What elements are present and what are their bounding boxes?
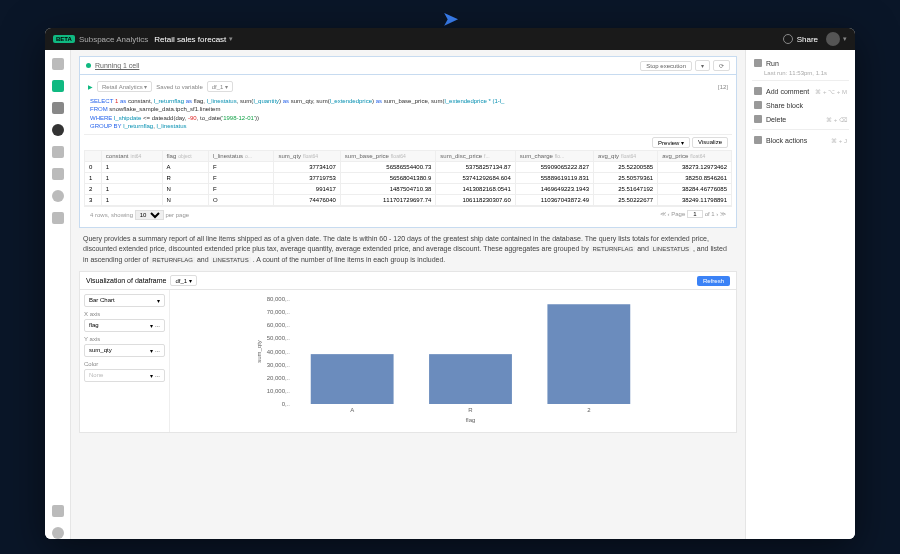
block-actions-action[interactable]: Block actions⌘ + J bbox=[752, 133, 849, 147]
table-col-sum_qty[interactable]: sum_qtyfloat64 bbox=[274, 150, 340, 161]
page-input[interactable] bbox=[687, 210, 703, 218]
table-row[interactable]: 21NF9914171487504710.381413082168.054114… bbox=[85, 183, 732, 194]
document-title[interactable]: Retail sales forecast bbox=[154, 35, 226, 44]
table-cell: 1 bbox=[85, 172, 102, 183]
sql-cell: ▶ Retail Analytics ▾ Saved to variable d… bbox=[79, 74, 737, 228]
brand-logo-icon: ➤ bbox=[443, 8, 458, 30]
globe-icon bbox=[783, 34, 793, 44]
svg-text:20,000,..: 20,000,.. bbox=[267, 375, 291, 381]
table-col-constant[interactable]: constantint64 bbox=[101, 150, 162, 161]
table-cell: 0 bbox=[85, 161, 102, 172]
menu-icon bbox=[754, 136, 762, 144]
table-col-sum_charge[interactable]: sum_chargeflo... bbox=[515, 150, 593, 161]
table-cell: 25.51647192 bbox=[594, 183, 658, 194]
table-col-sum_base_price[interactable]: sum_base_pricefloat64 bbox=[340, 150, 436, 161]
table-col-flag[interactable]: flagobject bbox=[162, 150, 208, 161]
refresh-cell-button[interactable]: ⟳ bbox=[713, 60, 730, 71]
add-comment-action[interactable]: Add comment⌘ + ⌥ + M bbox=[752, 84, 849, 98]
table-cell: 1469649223.1943 bbox=[515, 183, 593, 194]
table-row[interactable]: 31NO74476040111701729697.74106118230307.… bbox=[85, 194, 732, 205]
table-cell: 56568041380.9 bbox=[340, 172, 436, 183]
variable-selector[interactable]: df_1 ▾ bbox=[207, 81, 233, 92]
svg-text:10,000,..: 10,000,.. bbox=[267, 388, 291, 394]
table-col-avg_price[interactable]: avg_pricefloat64 bbox=[658, 150, 732, 161]
table-cell: 38249.11798891 bbox=[658, 194, 732, 205]
color-label: Color bbox=[84, 361, 165, 367]
table-row[interactable]: 11RF3771975356568041380.953741292684.604… bbox=[85, 172, 732, 183]
table-cell: F bbox=[208, 161, 273, 172]
chevron-down-icon[interactable]: ▾ bbox=[229, 35, 233, 43]
cell-status[interactable]: Running 1 cell bbox=[95, 62, 139, 69]
chevron-down-icon[interactable]: ▾ bbox=[843, 35, 847, 43]
svg-text:A: A bbox=[350, 407, 354, 413]
cell-play-icon[interactable]: ▶ bbox=[88, 83, 93, 90]
exit-icon[interactable] bbox=[52, 505, 64, 517]
table-cell: 56586554400.73 bbox=[340, 161, 436, 172]
connection-selector[interactable]: Retail Analytics ▾ bbox=[97, 81, 152, 92]
table-header-row: constantint64flagobjectl_linestatuso...s… bbox=[85, 150, 732, 161]
topbar: BETA Subspace Analytics Retail sales for… bbox=[45, 28, 855, 50]
result-table: constantint64flagobjectl_linestatuso...s… bbox=[84, 150, 732, 206]
clock-icon[interactable] bbox=[52, 190, 64, 202]
svg-text:0,..: 0,.. bbox=[282, 401, 291, 407]
refresh-button[interactable]: Refresh bbox=[697, 276, 730, 286]
y-axis-select[interactable]: sum_qty▾ ··· bbox=[84, 344, 165, 357]
x-axis-select[interactable]: flag▾ ··· bbox=[84, 319, 165, 332]
table-cell: 37734107 bbox=[274, 161, 340, 172]
visualize-button[interactable]: Visualize bbox=[692, 137, 728, 148]
table-cell: 25.52200585 bbox=[594, 161, 658, 172]
table-cell: 55889619119.831 bbox=[515, 172, 593, 183]
bar-chart: 0,..10,000,..20,000,..30,000,..40,000,..… bbox=[178, 294, 728, 424]
help-icon[interactable] bbox=[52, 527, 64, 539]
send-icon[interactable] bbox=[52, 212, 64, 224]
table-cell: F bbox=[208, 183, 273, 194]
table-col-sum_disc_price[interactable]: sum_disc_pricef... bbox=[436, 150, 515, 161]
run-dropdown-button[interactable]: ▾ bbox=[695, 60, 710, 71]
delete-action[interactable]: Delete⌘ + ⌫ bbox=[752, 112, 849, 126]
pager[interactable]: ≪ ‹ Page of 1 › ≫ bbox=[660, 210, 726, 220]
bar-R[interactable] bbox=[429, 354, 512, 404]
github-icon[interactable] bbox=[52, 124, 64, 136]
table-cell: 2 bbox=[85, 183, 102, 194]
add-icon[interactable] bbox=[52, 80, 64, 92]
table-cell: 53758257134.87 bbox=[436, 161, 515, 172]
table-cell: 38284.46776085 bbox=[658, 183, 732, 194]
table-col-[interactable] bbox=[85, 150, 102, 161]
avatar[interactable] bbox=[826, 32, 840, 46]
table-cell: 110367043872.49 bbox=[515, 194, 593, 205]
rows-per-page-select[interactable]: 10 bbox=[135, 210, 164, 220]
bar-A[interactable] bbox=[311, 354, 394, 404]
svg-text:60,000,..: 60,000,.. bbox=[267, 322, 291, 328]
folder-icon[interactable] bbox=[52, 58, 64, 70]
table-cell: 1 bbox=[101, 172, 162, 183]
svg-text:40,000,..: 40,000,.. bbox=[267, 349, 291, 355]
table-cell: N bbox=[162, 194, 208, 205]
color-select[interactable]: None▾ ··· bbox=[84, 369, 165, 382]
bar-2[interactable] bbox=[547, 304, 630, 404]
comment-icon bbox=[754, 87, 762, 95]
brand-name: Subspace Analytics bbox=[79, 35, 148, 44]
share-block-action[interactable]: Share block bbox=[752, 98, 849, 112]
stop-execution-button[interactable]: Stop execution bbox=[640, 61, 692, 71]
calendar-icon[interactable] bbox=[52, 146, 64, 158]
right-rail: Run Last run: 11:53pm, 1.1s Add comment⌘… bbox=[745, 50, 855, 539]
trash-icon bbox=[754, 115, 762, 123]
table-row[interactable]: 01AF3773410756586554400.7353758257134.87… bbox=[85, 161, 732, 172]
viz-config-panel: Bar Chart▾ X axis flag▾ ··· Y axis sum_q… bbox=[80, 290, 170, 432]
viz-var-selector[interactable]: df_1 ▾ bbox=[170, 275, 196, 286]
description-block[interactable]: Query provides a summary report of all l… bbox=[79, 228, 737, 272]
cell-header: Running 1 cell Stop execution ▾ ⟳ bbox=[79, 56, 737, 74]
table-cell: 38273.12973462 bbox=[658, 161, 732, 172]
chart-type-select[interactable]: Bar Chart▾ bbox=[84, 294, 165, 307]
result-toolbar: Preview ▾ Visualize bbox=[84, 134, 732, 150]
table-col-l_linestatus[interactable]: l_linestatuso... bbox=[208, 150, 273, 161]
preview-button[interactable]: Preview ▾ bbox=[652, 137, 690, 148]
grid-icon[interactable] bbox=[52, 102, 64, 114]
sql-editor[interactable]: SELECT 1 as constant, l_returnflag as fl… bbox=[84, 94, 732, 134]
share-button[interactable]: Share bbox=[797, 35, 818, 44]
run-action[interactable]: Run bbox=[752, 56, 849, 70]
table-col-avg_qty[interactable]: avg_qtyfloat64 bbox=[594, 150, 658, 161]
svg-text:2: 2 bbox=[587, 407, 591, 413]
chat-icon[interactable] bbox=[52, 168, 64, 180]
table-cell: 1413082168.0541 bbox=[436, 183, 515, 194]
